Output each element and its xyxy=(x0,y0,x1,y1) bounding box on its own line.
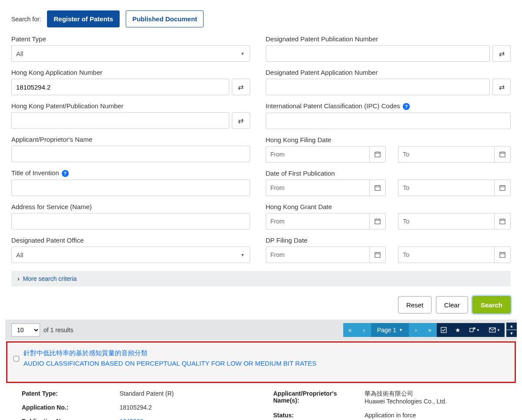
scroll-down-button[interactable]: ▼ xyxy=(506,330,517,337)
hk-filing-to-input[interactable] xyxy=(414,146,494,163)
detail-patent-type-value: Standard Patent (R) xyxy=(120,390,254,397)
from-label: From xyxy=(266,213,289,230)
swap-button[interactable]: ⇄ xyxy=(492,79,511,95)
to-label: To xyxy=(398,213,414,230)
caret-icon: ▼ xyxy=(399,328,403,332)
share-button[interactable]: ▼ xyxy=(465,323,485,337)
detail-applicant-label: Applicant/Proprietor's Name(s): xyxy=(273,390,365,405)
detail-pub-no-label: Publication No.: xyxy=(22,418,120,420)
detail-applicant-value: 華為技術有限公司Huawei Technologies Co., Ltd. xyxy=(365,390,505,405)
ipc-label: International Patent Classification (IPC… xyxy=(266,102,511,110)
detail-patent-type-label: Patent Type: xyxy=(22,390,120,397)
detail-pub-no-link[interactable]: 1245988 xyxy=(120,418,144,420)
to-label: To xyxy=(398,247,414,263)
hk-app-no-input[interactable] xyxy=(11,79,229,95)
hk-filing-label: Hong Kong Filing Date xyxy=(266,136,511,143)
chevron-right-icon: › xyxy=(17,275,20,282)
hk-pub-no-input[interactable] xyxy=(11,112,229,129)
result-checkbox[interactable] xyxy=(13,349,19,369)
hk-grant-from-input[interactable] xyxy=(289,213,369,230)
to-label: To xyxy=(398,146,414,163)
clear-button[interactable]: Clear xyxy=(436,296,468,313)
address-service-label: Address for Service (Name) xyxy=(11,203,250,210)
select-all-button[interactable] xyxy=(437,323,451,337)
detail-app-no-value: 18105294.2 xyxy=(120,404,254,411)
swap-button[interactable]: ⇄ xyxy=(232,112,250,129)
search-for-label: Search for: xyxy=(11,16,41,23)
caret-icon: ▼ xyxy=(476,328,480,332)
dp-pub-no-label: Designated Patent Publication Number xyxy=(266,35,511,43)
ipc-input[interactable] xyxy=(266,113,511,129)
result-title-en[interactable]: AUDIO CLASSIFICATION BASED ON PERCEPTUAL… xyxy=(23,358,316,369)
dp-app-no-input[interactable] xyxy=(266,79,490,95)
email-button[interactable]: ▼ xyxy=(485,323,505,337)
applicant-name-input[interactable] xyxy=(11,146,250,162)
svg-rect-28 xyxy=(500,253,505,257)
svg-rect-16 xyxy=(375,219,380,224)
calendar-icon[interactable] xyxy=(369,180,386,196)
dpo-label: Designated Patent Office xyxy=(11,237,250,244)
caret-icon: ▼ xyxy=(497,328,500,332)
favorite-button[interactable]: ★ xyxy=(451,323,465,337)
help-icon[interactable]: ? xyxy=(403,103,410,110)
reset-button[interactable]: Reset xyxy=(398,296,432,313)
from-label: From xyxy=(266,180,289,196)
hk-pub-no-label: Hong Kong Patent/Publication Number xyxy=(11,102,250,110)
applicant-name-label: Applicant/Proprietor's Name xyxy=(11,136,250,143)
help-icon[interactable]: ? xyxy=(62,170,69,177)
tab-published-document[interactable]: Published Document xyxy=(126,10,204,27)
first-pub-to-input[interactable] xyxy=(414,180,494,196)
last-page-button[interactable]: » xyxy=(423,323,437,337)
calendar-icon[interactable] xyxy=(369,247,386,263)
svg-rect-33 xyxy=(470,328,473,332)
hk-app-no-label: Hong Kong Application Number xyxy=(11,69,250,76)
calendar-icon[interactable] xyxy=(494,247,511,263)
hk-filing-from-input[interactable] xyxy=(289,146,369,163)
more-search-criteria[interactable]: › More search criteria xyxy=(11,271,511,287)
more-criteria-label: More search criteria xyxy=(23,275,77,282)
swap-button[interactable]: ⇄ xyxy=(492,45,511,62)
search-button[interactable]: Search xyxy=(472,296,511,313)
swap-button[interactable]: ⇄ xyxy=(232,79,250,95)
calendar-icon[interactable] xyxy=(369,146,386,163)
page-dropdown[interactable]: Page 1 ▼ xyxy=(371,323,409,337)
calendar-icon[interactable] xyxy=(369,213,386,230)
from-label: From xyxy=(266,247,289,263)
results-count-text: of 1 results xyxy=(44,327,73,333)
prev-page-button[interactable]: ‹ xyxy=(357,323,371,337)
patent-type-label: Patent Type xyxy=(11,35,250,43)
dp-pub-no-input[interactable] xyxy=(266,45,490,62)
first-pub-from-input[interactable] xyxy=(289,180,369,196)
per-page-select[interactable]: 10 xyxy=(11,323,40,337)
first-pub-label: Date of First Publication xyxy=(266,170,511,177)
patent-type-select[interactable]: All xyxy=(11,45,250,62)
hk-grant-label: Hong Kong Grant Date xyxy=(266,203,511,210)
address-service-input[interactable] xyxy=(11,213,250,230)
dpo-select[interactable]: All xyxy=(11,247,250,263)
calendar-icon[interactable] xyxy=(494,213,511,230)
detail-app-no-label: Application No.: xyxy=(22,404,120,411)
detail-status-label: Status: xyxy=(273,412,365,419)
dp-filing-to-input[interactable] xyxy=(414,247,494,263)
calendar-icon[interactable] xyxy=(494,180,511,196)
dp-filing-from-input[interactable] xyxy=(289,247,369,263)
svg-rect-8 xyxy=(375,186,380,190)
first-page-button[interactable]: « xyxy=(343,323,357,337)
tab-register-patents[interactable]: Register of Patents xyxy=(47,10,120,27)
title-invention-input[interactable] xyxy=(11,180,250,196)
next-page-button[interactable]: › xyxy=(409,323,423,337)
scroll-up-button[interactable]: ▲ xyxy=(506,323,517,330)
svg-rect-0 xyxy=(375,152,380,157)
to-label: To xyxy=(398,180,414,196)
svg-rect-24 xyxy=(375,253,380,257)
title-invention-label: Title of Invention ? xyxy=(11,169,250,177)
dp-filing-label: DP Filing Date xyxy=(266,237,511,244)
calendar-icon[interactable] xyxy=(494,146,511,163)
result-item: 針對中低比特率的基於感知質量的音頻分類 AUDIO CLASSIFICATION… xyxy=(6,341,516,383)
detail-status-value: Application in force xyxy=(365,412,505,419)
hk-grant-to-input[interactable] xyxy=(414,213,494,230)
svg-rect-20 xyxy=(500,219,505,224)
svg-rect-12 xyxy=(500,186,505,190)
svg-rect-4 xyxy=(500,152,505,157)
result-title-zh[interactable]: 針對中低比特率的基於感知質量的音頻分類 xyxy=(23,348,316,358)
